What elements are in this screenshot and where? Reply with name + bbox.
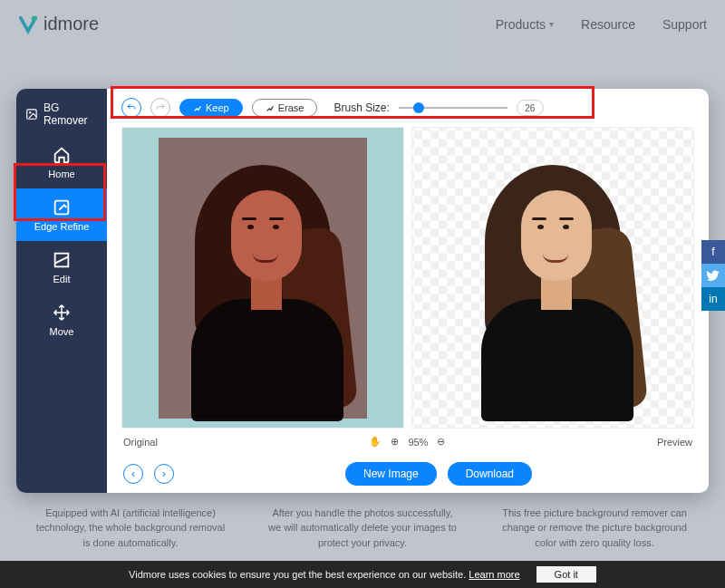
new-image-button[interactable]: New Image xyxy=(345,462,437,486)
workspace xyxy=(107,127,709,429)
linkedin-icon[interactable]: in xyxy=(701,287,725,311)
keep-button[interactable]: Keep xyxy=(179,99,243,117)
sidebar-item-home[interactable]: Home xyxy=(16,136,107,188)
mask-overlay xyxy=(159,138,367,419)
undo-icon xyxy=(126,102,137,113)
prev-button[interactable]: ‹ xyxy=(123,464,143,484)
sidebar-item-move[interactable]: Move xyxy=(16,294,107,346)
zoom-value: 95% xyxy=(408,437,428,448)
hand-tool-icon[interactable]: ✋ xyxy=(369,436,382,448)
brush-size-value: 26 xyxy=(517,100,544,116)
move-icon xyxy=(52,303,72,323)
slider-thumb[interactable] xyxy=(413,102,424,113)
zoom-controls: ✋ ⊕ 95% ⊖ xyxy=(369,436,445,448)
svg-point-2 xyxy=(29,111,31,113)
twitter-icon[interactable] xyxy=(701,264,725,287)
cookie-bar: Vidmore uses cookies to ensure you get t… xyxy=(0,561,725,588)
learn-more-link[interactable]: Learn more xyxy=(469,569,519,580)
redo-button[interactable] xyxy=(150,98,170,118)
sidebar-item-edge-refine[interactable]: Edge Refine xyxy=(16,188,107,241)
facebook-icon[interactable]: f xyxy=(701,240,725,264)
zoom-in-icon[interactable]: ⊕ xyxy=(391,436,399,448)
status-bar: Original ✋ ⊕ 95% ⊖ Preview xyxy=(107,429,709,455)
person-original xyxy=(159,138,367,419)
toolbar: Keep Erase Brush Size: 26 xyxy=(107,89,709,127)
sidebar-item-label: Edit xyxy=(53,274,71,284)
content-area: Keep Erase Brush Size: 26 xyxy=(107,89,709,493)
cookie-text: Vidmore uses cookies to ensure you get t… xyxy=(129,569,520,580)
sidebar-item-label: Home xyxy=(48,169,74,179)
preview-pane[interactable] xyxy=(411,127,694,429)
next-button[interactable]: › xyxy=(154,464,174,484)
erase-button[interactable]: Erase xyxy=(252,99,318,117)
undo-button[interactable] xyxy=(121,98,141,118)
person-cutout xyxy=(449,138,657,419)
brush-size-slider[interactable] xyxy=(399,101,508,114)
brush-size-label: Brush Size: xyxy=(334,101,389,114)
preview-label: Preview xyxy=(657,437,692,448)
svg-rect-1 xyxy=(27,110,36,119)
sidebar-item-label: Move xyxy=(50,326,74,337)
brush-erase-icon xyxy=(266,103,275,112)
app-title: BG Remover xyxy=(16,96,107,136)
social-float: f in xyxy=(701,240,725,311)
edit-icon xyxy=(52,250,72,270)
sidebar-item-edit[interactable]: Edit xyxy=(16,241,107,294)
footer-bar: ‹ › New Image Download xyxy=(107,455,709,493)
zoom-out-icon[interactable]: ⊖ xyxy=(437,436,445,448)
original-pane[interactable] xyxy=(121,127,404,429)
home-icon xyxy=(52,145,72,165)
sidebar: BG Remover Home Edge Refine Edit Move xyxy=(16,89,107,493)
redo-icon xyxy=(155,102,166,113)
download-button[interactable]: Download xyxy=(448,462,532,486)
image-icon xyxy=(25,107,38,121)
brush-keep-icon xyxy=(193,103,202,112)
bg-remover-modal: BG Remover Home Edge Refine Edit Move Ke… xyxy=(16,89,709,493)
edge-refine-icon xyxy=(52,198,72,217)
cookie-accept-button[interactable]: Got it xyxy=(536,566,596,583)
sidebar-item-label: Edge Refine xyxy=(34,221,90,232)
original-label: Original xyxy=(123,437,158,448)
